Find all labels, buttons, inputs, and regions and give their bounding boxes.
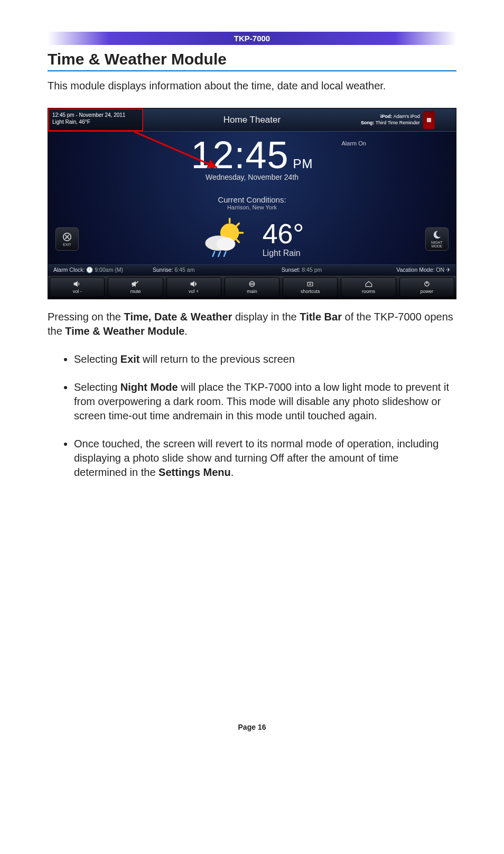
rooms-button[interactable]: rooms	[341, 277, 396, 297]
ipod-value: Adam's iPod	[394, 114, 420, 119]
intro-paragraph: This module displays information about t…	[48, 79, 456, 93]
song-label: Song:	[361, 120, 375, 125]
ipod-label: iPod:	[380, 114, 393, 119]
sunset-label: Sunset:	[282, 267, 301, 273]
close-icon	[62, 232, 72, 242]
rooms-icon	[365, 280, 373, 288]
main-button[interactable]: main	[225, 277, 279, 297]
power-icon	[423, 280, 431, 288]
main-icon	[248, 280, 256, 288]
svg-line-10	[212, 252, 214, 256]
svg-rect-0	[427, 118, 431, 122]
song-value: Third Time Reminder	[376, 120, 420, 125]
shortcuts-icon	[306, 280, 314, 288]
page-number: Page 16	[48, 723, 456, 731]
vacation-mode-value: ON	[436, 267, 444, 273]
body-paragraph-2: Pressing on the Time, Date & Weather dis…	[48, 310, 456, 338]
conditions-heading: Current Conditions: Harrison, New York	[48, 195, 456, 210]
shortcuts-label: shortcuts	[301, 289, 320, 294]
svg-line-7	[236, 240, 239, 242]
titlebar-time-weather-highlighted[interactable]: 12:45 pm - November 24, 2011 Light Rain,…	[48, 108, 143, 131]
titlebar-room-name: Home Theater	[143, 108, 361, 131]
titlebar-datetime: 12:45 pm - November 24, 2011	[52, 112, 139, 118]
vol-up-label: vol +	[189, 289, 199, 294]
titlebar-weather: Light Rain, 46°F	[52, 118, 139, 125]
status-strip: Alarm Clock: 🕘 9:00am (M) Sunrise: 6:45 …	[48, 264, 456, 275]
document-header-bar: TKP-7000	[48, 32, 456, 45]
volume-up-icon	[190, 280, 198, 288]
device-screenshot: 12:45 pm - November 24, 2011 Light Rain,…	[48, 108, 456, 299]
clock-ampm: PM	[293, 158, 313, 170]
clock-time: 12:45 PM	[191, 136, 313, 174]
bullet-1: Selecting Exit will return to the previo…	[74, 352, 456, 366]
bullet-3: Once touched, the screen will revert to …	[74, 437, 456, 480]
clock-area: Alarm On 12:45 PM Wednesday, November 24…	[48, 132, 456, 183]
sunrise-label: Sunrise:	[153, 267, 173, 273]
titlebar-nowplaying: iPod: Adam's iPod Song: Third Time Remin…	[361, 108, 456, 131]
alarm-clock-value: 9:00am (M)	[95, 267, 123, 273]
svg-point-9	[216, 237, 235, 251]
night-mode-label: NIGHT MODE	[431, 241, 443, 248]
alarm-on-label: Alarm On	[342, 140, 366, 146]
vol-down-button[interactable]: vol -	[50, 277, 105, 297]
bullet-2: Selecting Night Mode will place the TKP-…	[74, 380, 456, 423]
night-mode-button[interactable]: NIGHT MODE	[425, 227, 449, 251]
clock-date: Wednesday, November 24th	[48, 173, 456, 181]
sunset-value: 8:45 pm	[302, 267, 322, 273]
clock-time-value: 12:45	[191, 136, 288, 174]
stop-button[interactable]	[423, 111, 435, 129]
section-title: Time & Weather Module	[48, 50, 456, 71]
volume-down-icon	[73, 280, 81, 288]
svg-line-12	[224, 252, 226, 256]
power-label: power	[421, 289, 434, 294]
power-button[interactable]: power	[399, 277, 454, 297]
stop-icon	[426, 117, 432, 123]
mute-label: mute	[130, 289, 141, 294]
main-label: main	[247, 289, 257, 294]
weather-icon	[200, 217, 248, 261]
temperature-value: 46°	[263, 220, 304, 247]
vol-up-button[interactable]: vol +	[166, 277, 221, 297]
vacation-mode-label: Vacation Mode:	[396, 267, 434, 273]
bullet-list: Selecting Exit will return to the previo…	[74, 352, 456, 480]
mute-icon	[131, 280, 139, 288]
bottom-toolbar: vol - mute vol + main shortcuts rooms po…	[48, 275, 456, 299]
temperature-desc: Light Rain	[263, 249, 304, 258]
exit-button[interactable]: EXIT	[55, 227, 79, 251]
rooms-label: rooms	[362, 289, 375, 294]
alarm-clock-label: Alarm Clock:	[53, 267, 85, 273]
mute-button[interactable]: mute	[108, 277, 163, 297]
svg-line-11	[218, 252, 220, 256]
moon-icon	[432, 230, 442, 240]
shortcuts-button[interactable]: shortcuts	[283, 277, 338, 297]
titlebar: 12:45 pm - November 24, 2011 Light Rain,…	[48, 108, 456, 132]
svg-line-6	[236, 223, 239, 226]
exit-label: EXIT	[63, 243, 71, 246]
sunrise-value: 6:45 am	[174, 267, 194, 273]
vol-down-label: vol -	[73, 289, 82, 294]
model-label: TKP-7000	[234, 34, 270, 43]
conditions-label: Current Conditions:	[48, 195, 456, 204]
conditions-location: Harrison, New York	[48, 204, 456, 210]
weather-row: EXIT 46° Light Rain NIGHT MODE	[48, 217, 456, 261]
temperature-block: 46° Light Rain	[263, 220, 304, 258]
